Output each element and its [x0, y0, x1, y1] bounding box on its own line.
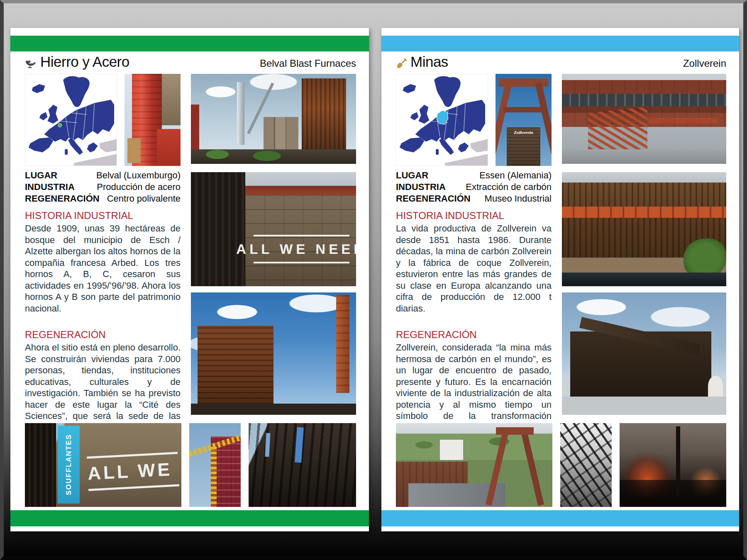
info-row: REGENERACIÓN Centro polivalente	[25, 193, 181, 205]
steel-structure-shape	[191, 172, 245, 286]
orange-pipes-shape	[562, 207, 726, 218]
banner-text: SOUFFLANTES	[65, 434, 73, 495]
page-hierro-y-acero: Hierro y Acero Belval Blast Furnaces	[10, 28, 369, 531]
page-body: Zollverein LUGAR Essen (Alemania) INDUST…	[396, 74, 726, 433]
europe-map-svg	[25, 74, 117, 166]
photo-belval-blast-furnace	[191, 74, 356, 164]
right-column	[562, 74, 726, 433]
plaza-shape	[562, 397, 726, 415]
accent-bar-top	[10, 36, 369, 51]
photo-all-we-need-building: ALL WE NEED	[191, 172, 356, 286]
info-value: Extracción de carbón	[466, 181, 552, 193]
anvil-icon	[25, 59, 37, 68]
section-regeneracion: REGENERACIÓN Zollverein, considerada “la…	[396, 329, 552, 433]
photo-soufflantes-wall: SOUFFLANTES ALL WE NEED	[25, 423, 181, 507]
brick-tower-shape: Zollverein	[507, 127, 540, 166]
bottom-photo-row	[396, 423, 726, 507]
info-label: INDUSTRIA	[396, 181, 446, 193]
section-historia-industrial: HISTORIA INDUSTRIAL Desde 1909, unas 39 …	[25, 210, 181, 314]
page-title: Hierro y Acero	[40, 54, 129, 70]
water-channel-shape	[562, 273, 726, 286]
info-row: REGENERACIÓN Museo Industrial	[396, 193, 552, 205]
steel-stairs-shape	[588, 107, 647, 156]
info-row: LUGAR Belval (Luxemburgo)	[25, 170, 181, 181]
section-heading: REGENERACIÓN	[25, 329, 181, 341]
section-heading: REGENERACIÓN	[396, 329, 552, 341]
page-subtitle: Belval Blast Furnaces	[260, 58, 356, 69]
furnace-silhouette-shape	[198, 326, 273, 415]
photo-zollverein-aerial	[396, 423, 552, 507]
cream-tanks-shape	[277, 353, 326, 410]
info-value: Museo Industrial	[485, 193, 552, 205]
info-value: Essen (Alemania)	[479, 170, 552, 181]
chimney-shape	[237, 82, 244, 145]
info-value: Producción de acero	[97, 181, 181, 193]
info-row: INDUSTRIA Extracción de carbón	[396, 181, 552, 193]
thin-tower-shape	[676, 426, 680, 495]
info-label: INDUSTRIA	[25, 181, 75, 193]
section-heading: HISTORIA INDUSTRIAL	[396, 210, 552, 222]
page-subtitle: Zollverein	[683, 58, 726, 69]
wall-stencil-text: ALL WE NEED	[254, 235, 349, 263]
crane-mast-shape	[211, 447, 217, 507]
bottom-photo-row: SOUFFLANTES ALL WE NEED	[25, 423, 356, 507]
accent-bar-top	[381, 36, 739, 51]
info-value: Centro polivalente	[107, 193, 181, 205]
section-heading: HISTORIA INDUSTRIAL	[25, 210, 181, 222]
white-arch-shape	[708, 376, 723, 397]
title-row: Minas Zollverein	[396, 54, 726, 73]
section-text: Desde 1909, unas 39 hectáreas de bosque …	[25, 223, 181, 314]
info-row: INDUSTRIA Producción de acero	[25, 181, 181, 193]
shovel-icon	[396, 58, 408, 69]
right-column: ALL WE NEED	[191, 74, 356, 445]
red-band-shape	[245, 186, 356, 195]
rusty-furnace-shape	[302, 78, 346, 152]
headframe-beam-shape	[503, 107, 544, 112]
foliage-shape	[191, 149, 356, 164]
cyan-banner: SOUFFLANTES	[58, 426, 80, 504]
info-label: LUGAR	[396, 170, 428, 181]
info-table: LUGAR Essen (Alemania) INDUSTRIA Extracc…	[396, 170, 552, 205]
headframe-top-shape	[496, 427, 533, 435]
info-label: REGENERACIÓN	[25, 193, 100, 205]
location-marker-luxembourg	[58, 123, 62, 127]
section-historia-industrial: HISTORIA INDUSTRIAL La vida productiva d…	[396, 210, 552, 314]
photo-ruhr-museum-walkway	[562, 292, 726, 415]
photo-night-illumination	[620, 423, 726, 507]
girders-shape	[560, 423, 612, 507]
accent-bar-bottom	[381, 510, 739, 526]
tan-crate-shape	[127, 138, 141, 163]
ground-shape	[191, 404, 356, 415]
photo-black-white-girders	[560, 423, 612, 507]
info-label: LUGAR	[25, 170, 57, 181]
page-minas: Minas Zollverein	[381, 28, 739, 531]
photo-coking-plant	[562, 172, 726, 286]
scaffold-shape	[25, 423, 56, 507]
photo-red-tower-building	[124, 74, 181, 166]
tower-sign-text: Zollverein	[514, 130, 533, 166]
title-row: Hierro y Acero Belval Blast Furnaces	[25, 54, 356, 73]
page-body: LUGAR Belval (Luxemburgo) INDUSTRIA Prod…	[25, 74, 356, 445]
plaza-shape	[562, 149, 726, 164]
photo-furnace-blue-sky	[191, 292, 356, 415]
maps-row	[25, 74, 181, 166]
photo-yellow-crane	[189, 423, 241, 507]
info-label: REGENERACIÓN	[396, 193, 471, 205]
page-title: Minas	[410, 54, 448, 70]
photo-zollverein-headframe: Zollverein	[496, 74, 552, 166]
storage-tanks-shape	[264, 117, 298, 150]
photo-dark-industrial-hall	[249, 423, 356, 507]
wall-stencil-text: ALL WE NEED	[87, 452, 179, 491]
photo-zollverein-coal-washery	[562, 74, 726, 164]
info-row: LUGAR Essen (Alemania)	[396, 170, 552, 181]
section-text: Zollverein, considerada “la mina más her…	[396, 342, 552, 433]
brick-chimney-shape	[336, 295, 349, 393]
europe-map-luxembourg	[25, 74, 117, 166]
info-table: LUGAR Belval (Luxemburgo) INDUSTRIA Prod…	[25, 170, 181, 205]
accent-bar-bottom	[10, 510, 369, 526]
info-value: Belval (Luxemburgo)	[96, 170, 181, 181]
white-building-shape	[440, 440, 464, 460]
left-column: LUGAR Belval (Luxemburgo) INDUSTRIA Prod…	[25, 74, 181, 445]
gangway-shape	[649, 118, 718, 123]
red-annex-shape	[157, 129, 181, 166]
